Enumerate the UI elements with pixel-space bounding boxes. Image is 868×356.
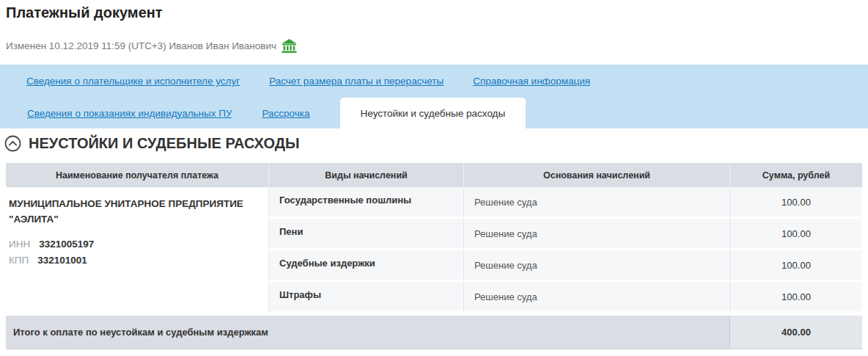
- inn-value: 3321005197: [39, 239, 94, 250]
- tab-link-reference-info[interactable]: Справочная информация: [473, 76, 590, 87]
- tab-link-payer-info[interactable]: Сведения о плательщике и исполнителе усл…: [26, 76, 240, 87]
- charge-basis-cell: Решение суда: [463, 250, 729, 282]
- chevron-up-circle-icon[interactable]: [4, 135, 21, 152]
- tab-link-installment[interactable]: Рассрочка: [262, 108, 310, 119]
- sum-cell: 100.00: [729, 219, 862, 250]
- recipient-cell: МУНИЦИПАЛЬНОЕ УНИТАРНОЕ ПРЕДПРИЯТИЕ "АЭЛ…: [6, 187, 268, 313]
- tabbar: Сведения о плательщике и исполнителе усл…: [0, 65, 868, 128]
- total-sum: 400.00: [729, 316, 862, 349]
- charge-basis-cell: Решение суда: [463, 187, 729, 219]
- total-row: Итого к оплате по неустойкам и судебным …: [6, 316, 862, 349]
- header-charge-basis: Основания начислений: [463, 163, 729, 187]
- header-recipient: Наименование получателя платежа: [6, 163, 268, 187]
- tabbar-row-1: Сведения о плательщике и исполнителе усл…: [0, 65, 868, 98]
- charge-basis-cell: Решение суда: [463, 282, 729, 313]
- kpp-value: 332101001: [37, 255, 87, 266]
- penalties-table: Наименование получателя платежа Виды нач…: [6, 163, 862, 349]
- table-header-row: Наименование получателя платежа Виды нач…: [6, 163, 862, 187]
- charge-basis-cell: Решение суда: [463, 219, 729, 250]
- sum-cell: 100.00: [729, 250, 862, 282]
- header-charge-type: Виды начислений: [268, 163, 463, 187]
- modified-text: Изменен 10.12.2019 11:59 (UTC+3) Иванов …: [6, 40, 276, 51]
- section-title: НЕУСТОЙКИ И СУДЕБНЫЕ РАСХОДЫ: [29, 135, 300, 152]
- charge-type-cell: Судебные издержки: [268, 250, 463, 282]
- modified-info: Изменен 10.12.2019 11:59 (UTC+3) Иванов …: [6, 39, 297, 53]
- bank-icon: [282, 39, 297, 53]
- tab-link-meter-readings[interactable]: Сведения о показаниях индивидуальных ПУ: [27, 108, 232, 119]
- charge-type-cell: Государственные пошлины: [268, 187, 463, 219]
- section-header: НЕУСТОЙКИ И СУДЕБНЫЕ РАСХОДЫ: [4, 133, 300, 153]
- tab-link-payment-calc[interactable]: Расчет размера платы и перерасчеты: [269, 76, 444, 87]
- recipient-name: МУНИЦИПАЛЬНОЕ УНИТАРНОЕ ПРЕДПРИЯТИЕ "АЭЛ…: [9, 197, 258, 228]
- sum-cell: 100.00: [729, 282, 862, 313]
- tabbar-row-2: Сведения о показаниях индивидуальных ПУ …: [0, 98, 868, 128]
- charge-type-cell: Пени: [268, 219, 463, 250]
- recipient-requisites: ИНН 3321005197 КПП 332101001: [9, 239, 258, 266]
- charge-type-cell: Штрафы: [268, 282, 463, 313]
- sum-cell: 100.00: [729, 187, 862, 219]
- total-label: Итого к оплате по неустойкам и судебным …: [6, 316, 729, 349]
- header-sum: Сумма, рублей: [729, 163, 862, 187]
- page-title: Платежный документ: [6, 4, 163, 21]
- kpp-label: КПП: [9, 255, 29, 266]
- inn-label: ИНН: [9, 239, 30, 250]
- table-body: МУНИЦИПАЛЬНОЕ УНИТАРНОЕ ПРЕДПРИЯТИЕ "АЭЛ…: [6, 187, 862, 313]
- tab-active-penalties[interactable]: Неустойки и судебные расходы: [340, 98, 526, 128]
